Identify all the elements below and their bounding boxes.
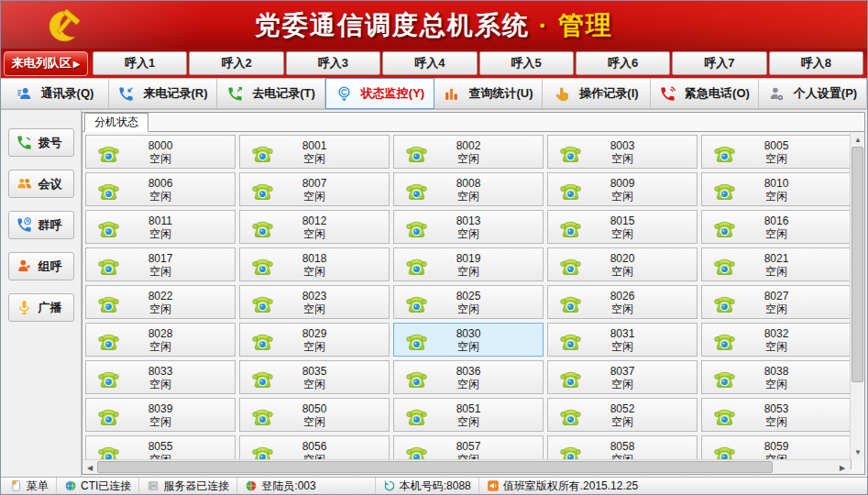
- queue-tab-label: 呼入2: [221, 55, 251, 72]
- extension-cell[interactable]: 8011 空闲: [85, 210, 236, 244]
- statusbar-item[interactable]: 服务器已连接: [138, 478, 236, 494]
- extension-cell[interactable]: 8026 空闲: [547, 285, 698, 319]
- queue-tab[interactable]: 呼入3: [286, 51, 380, 75]
- team-call-icon: [16, 258, 33, 275]
- sidebar-button-label: 组呼: [38, 258, 62, 275]
- extension-cell[interactable]: 8033 空闲: [85, 360, 236, 394]
- extension-status: 空闲: [765, 265, 787, 278]
- extension-cell[interactable]: 8009 空闲: [547, 172, 698, 206]
- phone-icon: [96, 214, 121, 239]
- extension-cell[interactable]: 8021 空闲: [701, 248, 852, 281]
- extension-cell[interactable]: 8010 空闲: [701, 172, 852, 206]
- extension-cell[interactable]: 8023 空闲: [239, 285, 390, 319]
- incoming-queue-button[interactable]: 来电列队区 ▶: [4, 51, 88, 76]
- statusbar-item[interactable]: 菜单: [3, 478, 56, 494]
- extension-number: 8013: [456, 214, 481, 227]
- tab-extension-status[interactable]: 分机状态: [84, 113, 148, 132]
- queue-tab[interactable]: 呼入1: [93, 51, 187, 75]
- toolbar-button[interactable]: 个人设置(P): [759, 78, 867, 109]
- statusbar-item[interactable]: 值班室版权所有.2015.12.25: [478, 478, 645, 494]
- queue-tab[interactable]: 呼入2: [189, 51, 283, 75]
- extension-cell[interactable]: 8018 空闲: [239, 248, 390, 281]
- queue-tab[interactable]: 呼入8: [769, 51, 863, 75]
- phone-icon: [404, 290, 429, 314]
- extension-cell[interactable]: 8015 空闲: [547, 210, 698, 244]
- sidebar-button-label: 群呼: [38, 217, 62, 234]
- phone-icon: [250, 365, 275, 390]
- toolbar-button[interactable]: 查询统计(U): [434, 78, 543, 109]
- scroll-down-icon[interactable]: ▼: [851, 445, 864, 459]
- toolbar-button[interactable]: 通讯录(Q): [1, 78, 109, 109]
- queue-tab[interactable]: 呼入5: [479, 51, 574, 75]
- dial-icon: [16, 134, 33, 151]
- extension-cell[interactable]: 8016 空闲: [701, 210, 852, 244]
- scroll-up-icon[interactable]: ▲: [851, 132, 864, 147]
- extension-cell[interactable]: 8012 空闲: [239, 210, 390, 244]
- extension-cell[interactable]: 8052 空闲: [547, 398, 698, 432]
- extension-cell[interactable]: 8036 空闲: [393, 360, 544, 394]
- extension-cell[interactable]: 8025 空闲: [393, 285, 544, 319]
- extension-cell[interactable]: 8039 空闲: [85, 398, 236, 432]
- extension-cell[interactable]: 8005 空闲: [701, 135, 852, 169]
- toolbar-button[interactable]: 操作记录(I): [543, 78, 651, 109]
- statusbar-item[interactable]: 本机号码:8088: [375, 478, 478, 494]
- extension-cell[interactable]: 8038 空闲: [701, 360, 852, 394]
- extension-cell[interactable]: 8013 空闲: [393, 210, 544, 244]
- extension-cell[interactable]: 8053 空闲: [701, 398, 852, 432]
- queue-tab[interactable]: 呼入6: [576, 51, 670, 75]
- sidebar-button[interactable]: N 群呼: [8, 211, 74, 239]
- extension-cell[interactable]: 8019 空闲: [393, 248, 544, 281]
- extension-number: 8008: [456, 177, 481, 190]
- extension-cell[interactable]: 8028 空闲: [85, 323, 236, 357]
- sidebar-button[interactable]: 广播: [8, 293, 74, 322]
- extension-number: 8053: [764, 402, 789, 415]
- extension-cell[interactable]: 8027 空闲: [701, 285, 852, 319]
- toolbar-button[interactable]: 来电记录(R): [109, 78, 217, 109]
- sidebar-button[interactable]: 拨号: [8, 128, 74, 157]
- phone-icon: [96, 402, 121, 427]
- extension-cell[interactable]: 8008 空闲: [393, 172, 544, 206]
- vertical-scroll-thumb[interactable]: [852, 147, 863, 382]
- extension-cell[interactable]: 8002 空闲: [393, 135, 544, 169]
- extension-cell[interactable]: 8022 空闲: [85, 285, 236, 319]
- extension-cell[interactable]: 8017 空闲: [85, 248, 236, 281]
- extension-status: 空闲: [611, 378, 633, 390]
- statusbar-item[interactable]: CTI已连接: [56, 478, 138, 494]
- vertical-scrollbar[interactable]: ▲ ▼: [850, 132, 864, 459]
- sidebar-button[interactable]: 组呼: [8, 252, 74, 280]
- extension-cell[interactable]: 8032 空闲: [701, 323, 852, 357]
- extension-cell[interactable]: 8031 空闲: [547, 323, 698, 357]
- extension-cell[interactable]: 8030 空闲: [393, 323, 544, 357]
- extension-cell[interactable]: 8020 空闲: [547, 248, 698, 281]
- toolbar-button[interactable]: 去电记录(T): [217, 78, 325, 109]
- sidebar-button[interactable]: 会议: [8, 170, 74, 198]
- extension-number: 8002: [456, 139, 481, 152]
- queue-tab-label: 呼入3: [318, 55, 348, 72]
- extension-cell[interactable]: 8050 空闲: [239, 398, 390, 432]
- toolbar-button[interactable]: 状态监控(Y): [325, 78, 434, 109]
- toolbar-button[interactable]: 紧急电话(O): [651, 78, 759, 109]
- queue-tab-bar: 来电列队区 ▶ 呼入1 呼入2 呼入3 呼入4 呼入5 呼入6 呼入7 呼入8: [1, 49, 867, 78]
- scroll-right-icon[interactable]: ▶: [835, 460, 850, 474]
- horizontal-scrollbar[interactable]: ◀ ▶: [82, 459, 850, 474]
- extension-cell[interactable]: 8035 空闲: [239, 360, 390, 394]
- extension-cell[interactable]: 8051 空闲: [393, 398, 544, 432]
- extension-cell[interactable]: 8037 空闲: [547, 360, 698, 394]
- extension-cell[interactable]: 8006 空闲: [85, 172, 236, 206]
- phone-icon: [250, 327, 275, 352]
- phone-icon: [404, 139, 429, 164]
- queue-tab[interactable]: 呼入4: [382, 51, 477, 75]
- extension-cell[interactable]: 8003 空闲: [547, 135, 698, 169]
- statusbar-item[interactable]: 登陆员:003: [236, 478, 323, 494]
- phone-icon: [96, 365, 121, 390]
- extension-number: 8022: [148, 290, 173, 302]
- extension-number: 8025: [456, 290, 481, 302]
- extension-cell[interactable]: 8000 空闲: [85, 135, 236, 169]
- extension-cell[interactable]: 8007 空闲: [239, 172, 390, 206]
- extension-number: 8012: [302, 214, 327, 227]
- extension-cell[interactable]: 8001 空闲: [239, 135, 390, 169]
- horizontal-scroll-thumb[interactable]: [97, 461, 773, 473]
- extension-cell[interactable]: 8029 空闲: [239, 323, 390, 357]
- scroll-left-icon[interactable]: ◀: [82, 460, 97, 474]
- queue-tab[interactable]: 呼入7: [672, 51, 766, 75]
